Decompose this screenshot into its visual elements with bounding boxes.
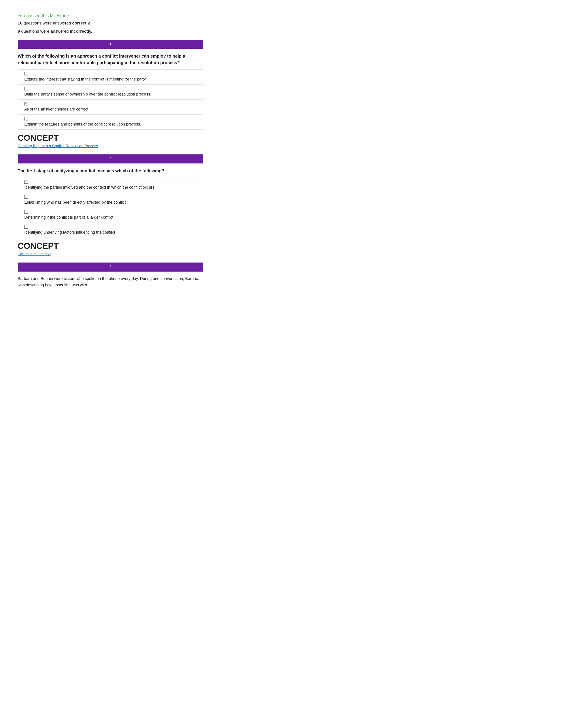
concept-1-label: CONCEPT [18, 133, 203, 143]
answer-text: Establishing who has been directly affec… [24, 199, 126, 205]
checkbox-row [24, 225, 28, 229]
answer-item: Identifying the parties involved and the… [18, 178, 203, 193]
question-1-section: 1 Which of the following is an approach … [18, 40, 203, 149]
checkbox-row [24, 102, 28, 105]
answer-item: Explore the interest that staying in the… [18, 69, 203, 84]
question-3-story: Barbara and Bonnie were sisters who spok… [18, 276, 203, 288]
correct-count: 16 [18, 21, 22, 25]
answer-text: Explain the features and benefits of the… [24, 121, 141, 127]
checkbox-2-4[interactable] [24, 225, 28, 229]
incorrect-bold: incorrectly. [70, 29, 92, 34]
answer-text: Explore the interest that staying in the… [24, 76, 147, 82]
checkbox-2-2[interactable] [24, 195, 28, 199]
checkbox-row [24, 117, 28, 120]
checkbox-1-2[interactable] [24, 87, 28, 90]
answer-item: Determining if the conflict is part of a… [18, 208, 203, 223]
checkbox-1-3[interactable] [24, 102, 28, 105]
checkbox-row [24, 180, 28, 184]
answer-item: All of the answer choices are correct. [18, 99, 203, 114]
question-2-section: 2 The first stage of analyzing a conflic… [18, 154, 203, 257]
question-1-number: 1 [109, 42, 111, 46]
answer-item: Establishing who has been directly affec… [18, 193, 203, 208]
question-2-number: 2 [109, 157, 111, 161]
concept-2-link[interactable]: Parties and Context [18, 252, 51, 256]
answer-text: Determining if the conflict is part of a… [24, 214, 113, 220]
incorrect-text: questions were answered [21, 29, 69, 34]
checkbox-2-3[interactable] [24, 210, 28, 214]
correct-text: questions were answered [23, 21, 71, 25]
answer-text: Identifying underlying factors influenci… [24, 229, 115, 235]
checkbox-row [24, 210, 28, 214]
question-2-banner: 2 [18, 154, 203, 163]
question-2-text: The first stage of analyzing a conflict … [18, 167, 203, 174]
answer-item: Identifying underlying factors influenci… [18, 223, 203, 238]
question-1-answers: Explore the interest that staying in the… [18, 69, 203, 130]
answer-item: Explain the features and benefits of the… [18, 114, 203, 130]
checkbox-1-1[interactable] [24, 72, 28, 75]
answer-text: Identifying the parties involved and the… [24, 184, 154, 190]
question-3-banner: 3 [18, 263, 203, 272]
incorrect-summary: 9 questions were answered incorrectly. [18, 28, 203, 35]
checkbox-1-4[interactable] [24, 117, 28, 120]
concept-1-link[interactable]: Creating Buy-In to a Conflict Resolution… [18, 144, 98, 148]
correct-summary: 16 questions were answered correctly. [18, 20, 203, 26]
checkbox-2-1[interactable] [24, 180, 28, 184]
checkbox-row [24, 195, 28, 199]
answer-text: Build the party’s sense of ownership ove… [24, 91, 151, 97]
concept-2-label: CONCEPT [18, 241, 203, 251]
checkbox-row [24, 87, 28, 90]
checkbox-row [24, 72, 28, 75]
question-1-text: Which of the following is an approach a … [18, 53, 203, 66]
question-2-answers: Identifying the parties involved and the… [18, 178, 203, 238]
incorrect-count: 9 [18, 29, 20, 34]
question-3-section: 3 Barbara and Bonnie were sisters who sp… [18, 263, 203, 288]
milestone-section: You passed this Milestone 16 questions w… [18, 13, 203, 34]
answer-text: All of the answer choices are correct. [24, 106, 89, 112]
answer-item: Build the party’s sense of ownership ove… [18, 84, 203, 99]
question-3-number: 3 [109, 265, 111, 269]
question-1-banner: 1 [18, 40, 203, 49]
correct-bold: correctly. [72, 21, 91, 25]
milestone-passed-label: You passed this Milestone [18, 13, 203, 18]
